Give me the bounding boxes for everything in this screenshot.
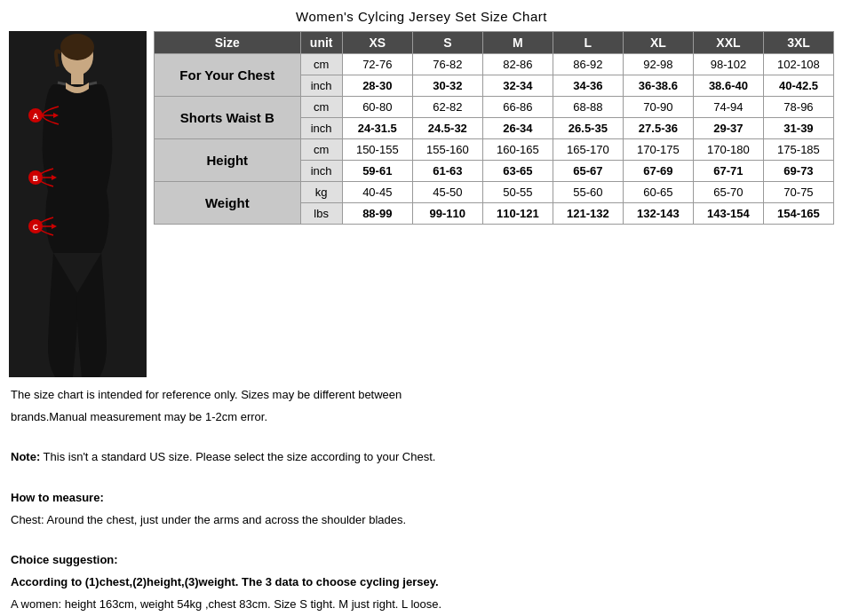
data-cell: 40-42.5 [763,75,833,97]
header-3xl: 3XL [763,32,833,54]
header-xl: XL [623,32,693,54]
data-cell: 99-110 [412,203,482,225]
category-cell: Shorts Waist B [155,97,301,139]
note-text: This isn't a standard US size. Please se… [40,450,435,463]
data-cell: 170-180 [693,139,763,161]
unit-cell: inch [300,118,342,139]
data-cell: 50-55 [482,182,553,203]
data-cell: 102-108 [763,54,833,75]
data-cell: 55-60 [553,182,623,203]
data-cell: 86-92 [553,54,623,75]
data-cell: 28-30 [342,75,412,97]
data-cell: 74-94 [693,97,763,118]
how-para: How to measure: [11,489,832,508]
data-cell: 45-50 [412,182,482,203]
data-cell: 36-38.6 [623,75,693,97]
size-table-wrapper: Size unit XS S M L XL XXL 3XL For Your C… [154,31,834,225]
unit-cell: lbs [300,203,342,225]
data-cell: 60-80 [342,97,412,118]
unit-cell: inch [300,161,342,182]
table-row: Shorts Waist Bcm60-8062-8266-8668-8870-9… [155,97,834,118]
header-xxl: XXL [693,32,763,54]
data-cell: 60-65 [623,182,693,203]
data-cell: 160-165 [482,139,553,161]
note-line2: brands.Manual measurement may be 1-2cm e… [11,408,832,427]
data-cell: 165-170 [553,139,623,161]
table-row: Heightcm150-155155-160160-165165-170170-… [155,139,834,161]
data-cell: 62-82 [412,97,482,118]
data-cell: 29-37 [693,118,763,139]
svg-point-2 [60,34,94,60]
header-m: M [482,32,553,54]
unit-cell: inch [300,75,342,97]
data-cell: 65-70 [693,182,763,203]
data-cell: 70-75 [763,182,833,203]
data-cell: 154-165 [763,203,833,225]
data-cell: 26-34 [482,118,553,139]
unit-cell: cm [300,139,342,161]
data-cell: 170-175 [623,139,693,161]
main-content: A B C [9,31,834,377]
how-text: Chest: Around the chest, just under the … [11,511,832,530]
data-cell: 34-36 [553,75,623,97]
header-s: S [412,32,482,54]
data-cell: 76-82 [412,54,482,75]
data-cell: 88-99 [342,203,412,225]
svg-line-4 [58,83,66,84]
page-title: Women's Cylcing Jersey Set Size Chart [9,9,834,24]
data-cell: 69-73 [763,161,833,182]
unit-cell: cm [300,54,342,75]
svg-rect-3 [71,72,84,84]
size-table: Size unit XS S M L XL XXL 3XL For Your C… [154,31,834,225]
data-cell: 67-69 [623,161,693,182]
data-cell: 98-102 [693,54,763,75]
note-para: Note: This isn't a standard US size. Ple… [11,448,832,467]
data-cell: 121-132 [553,203,623,225]
note-label: Note: [11,450,40,463]
data-cell: 70-90 [623,97,693,118]
data-cell: 26.5-35 [553,118,623,139]
data-cell: 150-155 [342,139,412,161]
data-cell: 82-86 [482,54,553,75]
table-row: Weightkg40-4545-5050-5555-6060-6565-7070… [155,182,834,203]
data-cell: 61-63 [412,161,482,182]
unit-cell: kg [300,182,342,203]
data-cell: 63-65 [482,161,553,182]
page-container: Women's Cylcing Jersey Set Size Chart [0,0,843,616]
data-cell: 175-185 [763,139,833,161]
data-cell: 59-61 [342,161,412,182]
header-size: Size [155,32,301,54]
data-cell: 143-154 [693,203,763,225]
data-cell: 110-121 [482,203,553,225]
data-cell: 32-34 [482,75,553,97]
data-cell: 155-160 [412,139,482,161]
svg-text:A: A [33,112,39,121]
choice-text: According to (1)chest,(2)height,(3)weigh… [11,573,832,592]
data-cell: 67-71 [693,161,763,182]
choice-label-para: Choice suggestion: [11,551,832,570]
category-cell: Weight [155,182,301,225]
header-xs: XS [342,32,412,54]
category-cell: Height [155,139,301,182]
data-cell: 24-31.5 [342,118,412,139]
table-row: For Your Chestcm72-7676-8282-8686-9292-9… [155,54,834,75]
header-unit: unit [300,32,342,54]
model-image: A B C [9,31,147,377]
table-header-row: Size unit XS S M L XL XXL 3XL [155,32,834,54]
choice-label: Choice suggestion: [11,553,118,566]
how-label: How to measure: [11,491,104,504]
data-cell: 24.5-32 [412,118,482,139]
data-cell: 31-39 [763,118,833,139]
header-l: L [553,32,623,54]
svg-line-5 [89,83,97,84]
category-cell: For Your Chest [155,54,301,97]
data-cell: 92-98 [623,54,693,75]
data-cell: 132-143 [623,203,693,225]
data-cell: 38.6-40 [693,75,763,97]
data-cell: 30-32 [412,75,482,97]
notes-section: The size chart is intended for reference… [9,386,834,616]
data-cell: 66-86 [482,97,553,118]
data-cell: 40-45 [342,182,412,203]
data-cell: 78-96 [763,97,833,118]
choice-list: A women: height 163cm, weight 54kg ,ches… [11,596,832,616]
